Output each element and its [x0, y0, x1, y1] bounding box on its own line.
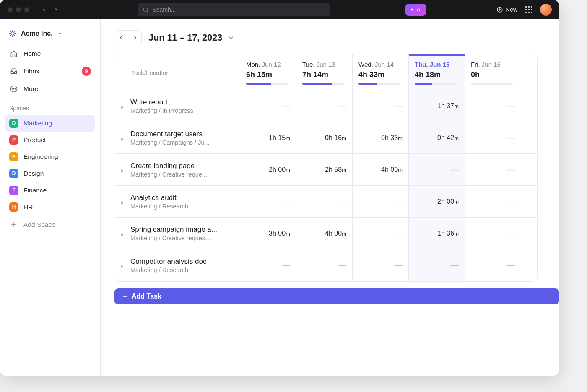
- task-cell[interactable]: Competitor analysis docMarketing / Resea…: [114, 249, 240, 281]
- time-cell[interactable]: 0h 16m: [296, 122, 353, 154]
- expand-caret-icon[interactable]: [120, 199, 125, 204]
- task-cell[interactable]: Analytics auditMarketing / Research: [114, 186, 240, 218]
- back-button[interactable]: [41, 6, 47, 13]
- task-title: Write report: [130, 98, 193, 106]
- time-cell[interactable]: 2h 00m: [240, 154, 296, 186]
- nav-more[interactable]: More: [5, 80, 95, 97]
- time-cell[interactable]: —: [296, 186, 353, 218]
- time-cell[interactable]: —: [240, 90, 296, 122]
- task-cell[interactable]: Write reportMarketing / In Progress: [114, 90, 240, 122]
- time-cell[interactable]: —: [465, 90, 521, 122]
- inbox-icon: [9, 67, 18, 76]
- workspace-switcher[interactable]: Acme Inc.: [5, 26, 95, 44]
- table-row[interactable]: Create landing pageMarketing / Creative …: [114, 154, 538, 186]
- time-cell[interactable]: 4h 00m: [296, 218, 353, 249]
- space-item[interactable]: PProduct: [5, 132, 95, 148]
- task-cell[interactable]: Create landing pageMarketing / Creative …: [114, 154, 240, 186]
- chevron-down-icon: [227, 34, 235, 42]
- space-item[interactable]: DMarketing: [5, 115, 95, 132]
- add-space-label: Add Space: [23, 221, 55, 228]
- time-cell[interactable]: —: [240, 186, 296, 218]
- chevron-down-icon: [57, 31, 63, 36]
- apps-icon[interactable]: [525, 6, 532, 13]
- space-name: Finance: [23, 187, 47, 194]
- space-item[interactable]: HHR: [5, 199, 95, 215]
- expand-caret-icon[interactable]: [120, 167, 125, 172]
- space-item[interactable]: DDesign: [5, 165, 95, 182]
- ai-button[interactable]: AI: [405, 4, 426, 16]
- task-title: Competitor analysis doc: [130, 257, 206, 266]
- time-cell[interactable]: —: [409, 154, 465, 186]
- space-item[interactable]: FFinance: [5, 182, 95, 199]
- add-space-button[interactable]: Add Space: [5, 216, 95, 233]
- day-column-header[interactable]: Tue, Jun 137h 14m: [296, 54, 353, 90]
- space-badge-icon: F: [9, 186, 18, 195]
- time-cell[interactable]: —: [353, 249, 409, 281]
- time-cell[interactable]: —: [465, 218, 521, 249]
- task-cell[interactable]: Document target usersMarketing / Campaig…: [114, 122, 240, 154]
- date-range[interactable]: Jun 11 – 17, 2023: [148, 32, 235, 43]
- time-cell[interactable]: 0h 33m: [353, 122, 409, 154]
- space-item[interactable]: EEngineering: [5, 148, 95, 165]
- inbox-badge: 9: [82, 67, 91, 76]
- time-cell[interactable]: 2h 00m: [409, 186, 465, 218]
- table-row[interactable]: Analytics auditMarketing / Research———2h…: [114, 186, 538, 218]
- main-content: Jun 11 – 17, 2023 Task/LocationMon, Jun …: [101, 19, 559, 376]
- search-placeholder: Search...: [152, 6, 176, 13]
- time-cell[interactable]: —: [296, 90, 353, 122]
- time-cell[interactable]: 1h 37m: [409, 90, 465, 122]
- time-cell[interactable]: —: [353, 90, 409, 122]
- prev-week-button[interactable]: [114, 31, 128, 45]
- time-cell[interactable]: —: [296, 249, 353, 281]
- plus-icon: [9, 220, 18, 229]
- table-row[interactable]: Document target usersMarketing / Campaig…: [114, 122, 538, 154]
- day-column-header[interactable]: Wed, Jun 144h 33m: [353, 54, 409, 90]
- space-name: HR: [23, 203, 33, 211]
- time-cell[interactable]: —: [353, 186, 409, 218]
- time-cell[interactable]: —: [240, 249, 296, 281]
- workspace-name: Acme Inc.: [21, 30, 53, 37]
- new-button[interactable]: New: [496, 6, 517, 13]
- table-row[interactable]: Spring campaign image a...Marketing / Cr…: [114, 218, 538, 249]
- search-icon: [143, 7, 149, 13]
- search-input[interactable]: Search...: [138, 3, 330, 16]
- nav-inbox[interactable]: Inbox 9: [5, 63, 95, 80]
- time-cell[interactable]: 1h 36m: [409, 218, 465, 249]
- task-path: Marketing / In Progress: [130, 107, 193, 114]
- time-cell[interactable]: 4h 00m: [353, 154, 409, 186]
- table-row[interactable]: Write reportMarketing / In Progress———1h…: [114, 90, 538, 122]
- time-cell[interactable]: —: [409, 249, 465, 281]
- table-row[interactable]: Competitor analysis docMarketing / Resea…: [114, 249, 538, 281]
- expand-caret-icon[interactable]: [120, 231, 125, 236]
- day-column-header[interactable]: Thu, Jun 154h 18m: [409, 54, 465, 90]
- svg-point-1: [411, 9, 413, 11]
- spaces-heading: Spaces: [5, 98, 95, 114]
- expand-caret-icon[interactable]: [120, 104, 125, 109]
- day-progress-bar: [358, 83, 400, 85]
- add-task-button[interactable]: Add Task: [114, 288, 559, 304]
- time-cell[interactable]: 2h 58m: [296, 154, 353, 186]
- time-cell[interactable]: —: [465, 154, 521, 186]
- nav-label: More: [23, 85, 38, 93]
- time-cell[interactable]: —: [353, 218, 409, 249]
- time-cell[interactable]: —: [465, 249, 521, 281]
- day-column-header[interactable]: Fri, Jun 160h: [465, 54, 521, 90]
- task-cell[interactable]: Spring campaign image a...Marketing / Cr…: [114, 218, 240, 249]
- time-cell[interactable]: —: [465, 122, 521, 154]
- svg-point-4: [12, 88, 13, 89]
- next-week-button[interactable]: [128, 31, 141, 45]
- time-cell[interactable]: —: [465, 186, 521, 218]
- time-cell[interactable]: 3h 00m: [240, 218, 296, 249]
- avatar[interactable]: [540, 4, 552, 16]
- expand-caret-icon[interactable]: [120, 263, 125, 268]
- time-cell[interactable]: 0h 42m: [409, 122, 465, 154]
- task-title: Spring campaign image a...: [130, 225, 217, 234]
- expand-caret-icon[interactable]: [120, 135, 125, 140]
- day-column-header[interactable]: Mon, Jun 126h 15m: [240, 54, 296, 90]
- window-controls[interactable]: [8, 7, 29, 12]
- time-cell[interactable]: 1h 15m: [240, 122, 296, 154]
- space-name: Design: [23, 170, 44, 177]
- nav-home[interactable]: Home: [5, 45, 95, 62]
- titlebar: Search... AI New: [0, 0, 559, 19]
- forward-button[interactable]: [53, 6, 59, 13]
